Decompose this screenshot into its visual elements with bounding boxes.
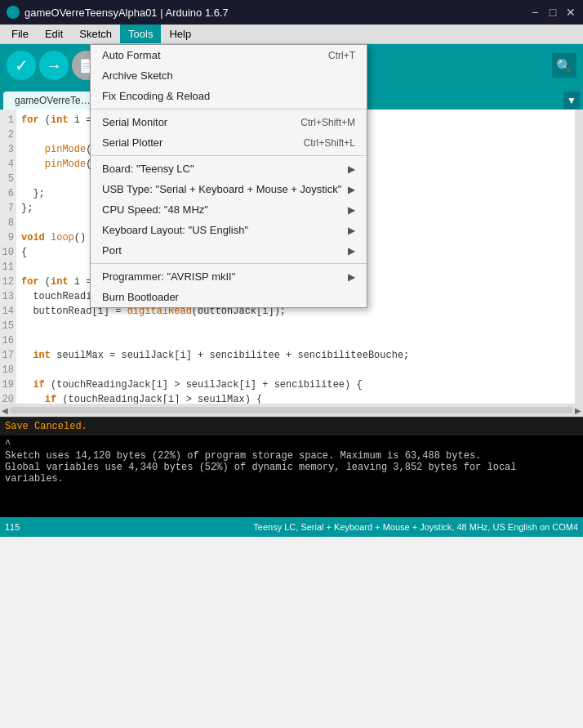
serial-monitor-label: Serial Monitor [102,116,167,128]
archive-sketch-label: Archive Sketch [102,69,173,82]
cpu-speed-arrow: ▶ [348,204,355,216]
divider-2 [91,155,367,156]
auto-format-shortcut: Ctrl+T [328,50,355,61]
title-bar-controls: − □ ✕ [529,7,576,18]
usb-type-arrow: ▶ [348,184,355,195]
scroll-left-arrow[interactable]: ◀ [2,406,8,415]
menu-tools[interactable]: Tools [120,25,161,43]
menu-file[interactable]: File [3,25,37,43]
port-label: Port [102,244,122,257]
verify-button[interactable]: ✓ [7,51,36,80]
menu-board[interactable]: Board: "Teensy LC" ▶ [91,159,367,179]
board-arrow: ▶ [348,163,355,175]
cursor-line: ^ [5,439,578,450]
sketch-tab[interactable]: gameOVerre​Te… [3,92,102,109]
output-panel: ^ Sketch uses 14,120 bytes (22%) of prog… [0,435,583,517]
upload-button[interactable]: → [39,51,69,80]
cpu-speed-label: CPU Speed: "48 MHz" [102,203,208,216]
tab-label: gameOVerre​Te… [15,95,91,106]
menu-usb-type[interactable]: USB Type: "Serial + Keyboard + Mouse + J… [91,179,367,199]
search-button[interactable]: 🔍 [552,53,576,78]
burn-bootloader-label: Burn Bootloader [102,291,179,303]
output-line2: Global variables use 4,340 bytes (52%) o… [5,462,578,485]
arduino-logo [7,6,20,19]
line-number-display: 115 [5,522,20,532]
menu-port[interactable]: Port ▶ [91,240,367,261]
menu-programmer[interactable]: Programmer: "AVRISP mkII" ▶ [91,266,367,287]
keyboard-layout-arrow: ▶ [348,225,355,236]
horizontal-scrollbar[interactable]: ◀ ▶ [0,404,583,417]
close-button[interactable]: ✕ [565,7,576,18]
menu-edit[interactable]: Edit [37,25,71,43]
menu-cpu-speed[interactable]: CPU Speed: "48 MHz" ▶ [91,199,367,220]
scroll-track[interactable] [10,407,573,413]
title-bar-left: gameOVerreTeensyAlpha01 | Arduino 1.6.7 [7,6,229,19]
minimize-button[interactable]: − [529,7,541,18]
line-numbers: 1234567891011121314151617181920212223242… [0,109,16,404]
serial-monitor-shortcut: Ctrl+Shift+M [300,117,355,128]
menu-help[interactable]: Help [161,25,199,43]
board-label: Board: "Teensy LC" [102,163,194,175]
title-bar: gameOVerreTeensyAlpha01 | Arduino 1.6.7 … [0,0,583,25]
menu-serial-monitor[interactable]: Serial Monitor Ctrl+Shift+M [91,112,367,132]
menu-archive-sketch[interactable]: Archive Sketch [91,65,367,86]
serial-plotter-label: Serial Plotter [102,136,162,149]
editor-scrollbar[interactable] [575,109,583,404]
output-line1: Sketch uses 14,120 bytes (22%) of progra… [5,450,578,462]
keyboard-layout-label: Keyboard Layout: "US English" [102,224,248,236]
usb-type-label: USB Type: "Serial + Keyboard + Mouse + J… [102,183,341,195]
status-bar: 115 Teensy LC, Serial + Keyboard + Mouse… [0,517,583,537]
menu-serial-plotter[interactable]: Serial Plotter Ctrl+Shift+L [91,132,367,153]
divider-3 [91,263,367,264]
maximize-button[interactable]: □ [547,7,559,18]
menu-fix-encoding[interactable]: Fix Encoding & Reload [91,86,367,106]
fix-encoding-label: Fix Encoding & Reload [102,90,210,102]
save-canceled-text: Save Canceled. [5,421,87,432]
title-bar-title: gameOVerreTeensyAlpha01 | Arduino 1.6.7 [24,7,229,19]
menu-bar: File Edit Sketch Tools Help [0,25,583,44]
tab-dropdown-arrow[interactable]: ▼ [563,92,580,109]
menu-sketch[interactable]: Sketch [71,25,120,43]
divider-1 [91,109,367,109]
menu-burn-bootloader[interactable]: Burn Bootloader [91,287,367,307]
menu-keyboard-layout[interactable]: Keyboard Layout: "US English" ▶ [91,220,367,240]
board-info: Teensy LC, Serial + Keyboard + Mouse + J… [253,522,578,532]
scroll-right-arrow[interactable]: ▶ [575,406,581,415]
auto-format-label: Auto Format [102,49,161,61]
serial-plotter-shortcut: Ctrl+Shift+L [304,137,355,149]
tools-dropdown-menu: Auto Format Ctrl+T Archive Sketch Fix En… [90,44,367,308]
menu-auto-format[interactable]: Auto Format Ctrl+T [91,45,367,65]
programmer-label: Programmer: "AVRISP mkII" [102,270,235,283]
programmer-arrow: ▶ [348,271,355,283]
port-arrow: ▶ [348,245,355,257]
save-canceled-label: Save Canceled. [0,417,583,435]
